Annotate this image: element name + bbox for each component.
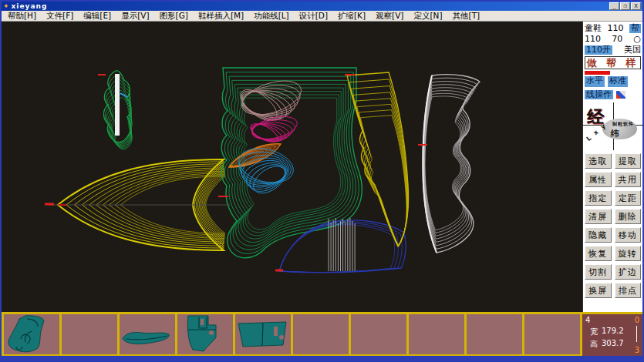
horizontal-toggle[interactable]: 水平 [585,76,605,87]
size-a-value: 110 [585,34,601,44]
tool-delete[interactable]: 删除 [615,209,642,224]
menu-define[interactable]: 定义[N] [413,11,442,22]
menu-other[interactable]: 其他[T] [453,11,480,22]
tool-attribute[interactable]: 属性 [585,172,612,187]
canvas-piece-sole-outline-blue [279,220,406,273]
tool-cut[interactable]: 切割 [585,264,612,280]
film-cell-5[interactable] [235,314,293,354]
film-cell-9[interactable] [467,314,524,354]
region-label: 美国 [624,44,641,55]
width-value: 179.2 [602,327,624,337]
status-count-left: 4 [585,316,590,324]
tool-restore[interactable]: 恢复 [585,246,612,261]
tool-move[interactable]: 移动 [615,227,642,243]
app-window: ✦ xieyang _ ❐ X 帮助[H] 文件[F] 编辑[E] 显示[V] … [0,0,644,362]
line-op-icon [616,91,625,99]
title-bar: ✦ xieyang _ ❐ X [2,2,642,11]
status-count-right: 0 [635,316,639,324]
menu-design[interactable]: 设计[D] [299,11,328,22]
tool-fixed-distance[interactable]: 定距 [615,190,642,206]
tool-clear-screen[interactable]: 清屏 [585,209,612,224]
film-cell-8[interactable] [409,314,467,354]
menu-edit[interactable]: 编辑[E] [83,11,111,22]
size-row-1: 童鞋 110 帮 [585,23,641,33]
app-icon: ✦ [3,2,9,10]
white-bar-mark [115,74,120,136]
film-cell-1[interactable] [4,314,62,354]
height-value: 303.7 [602,339,624,350]
red-indicator-bar [585,71,610,75]
status-count-bottom: 3 [635,346,639,354]
upper-chip[interactable]: 帮 [629,24,641,33]
film-cell-10[interactable] [524,314,582,354]
canvas-svg [2,22,582,312]
window-title: xieyang [12,2,609,10]
size-system-chip[interactable]: 110开 [585,45,612,55]
film-cell-6[interactable] [293,314,351,354]
pattern-thumbnail-panel [235,314,289,353]
width-label: 宽 [590,327,598,337]
pattern-thumbnail-boot1 [4,314,58,353]
tool-assign[interactable]: 指定 [585,190,612,206]
menu-pattern-insert[interactable]: 鞋样插入[M] [198,11,244,22]
menu-graphics[interactable]: 图形[G] [160,11,188,22]
design-canvas[interactable] [2,22,582,312]
close-button[interactable]: X [631,2,641,10]
film-cell-4[interactable] [177,314,235,354]
shoe-size-value: 110 [608,23,624,33]
status-panel: 4 0 宽 179.2 高 303.7 3 [582,312,642,356]
height-label: 高 [590,339,598,350]
tool-shared[interactable]: 共用 [615,172,642,187]
pattern-thumbnail-strip [2,312,582,356]
size-row-2: 110 70 ○ [585,34,641,44]
mode-toggles: 水平 标准 [585,76,641,87]
size-row-3: 110开 美国 [585,45,641,55]
line-operation-row: 线操作 [585,89,641,100]
shoe-type-label: 童鞋 [585,22,602,34]
line-operation-toggle[interactable]: 线操作 [585,90,613,99]
canvas-mesh-mesh-magenta [248,112,299,146]
tool-expand-edge[interactable]: 扩边 [615,264,642,280]
logo-tagline: 制鞋软件 [612,121,634,128]
film-cell-7[interactable] [351,314,409,354]
brand-logo: 经 制鞋软件 纬 L x y [585,102,641,150]
film-cell-3[interactable] [120,314,177,354]
menu-function-line[interactable]: 功能线[L] [254,11,289,22]
make-upper-button[interactable]: 做 帮 样 [585,56,641,69]
canvas-piece-crescent-nest-white [423,75,480,253]
sidebar: 童鞋 110 帮 110 70 ○ 110开 美国 做 帮 样 水平 标准 线操… [582,22,642,312]
size-b-value: 70 [612,34,622,44]
menu-help[interactable]: 帮助[H] [8,11,36,22]
film-cell-2[interactable] [62,314,120,354]
tool-extract[interactable]: 提取 [615,153,642,169]
standard-toggle[interactable]: 标准 [608,76,628,87]
menu-observe[interactable]: 观察[V] [376,11,403,22]
maximize-button[interactable]: ❐ [620,2,630,10]
tool-hide[interactable]: 隐藏 [585,227,612,243]
tool-switch-screen[interactable]: 换屏 [585,283,612,298]
menu-zoom[interactable]: 扩缩[K] [338,11,366,22]
menu-display[interactable]: 显示[V] [121,11,149,22]
menu-bar: 帮助[H] 文件[F] 编辑[E] 显示[V] 图形[G] 鞋样插入[M] 功能… [2,11,642,22]
width-readout: 宽 179.2 [590,327,624,337]
status-slider[interactable] [636,326,637,342]
pattern-thumbnail-sole [120,314,174,353]
tool-rotate[interactable]: 旋转 [615,246,642,261]
tool-select[interactable]: 选取 [585,153,612,169]
height-readout: 高 303.7 [590,339,624,350]
tool-arrange-points[interactable]: 排点 [615,283,642,298]
tool-button-grid: 选取 提取 属性 共用 指定 定距 清屏 删除 隐藏 移动 恢复 旋转 切割 扩… [585,153,641,298]
pattern-thumbnail-boot2 [177,314,231,353]
menu-file[interactable]: 文件[F] [46,11,73,22]
logo-wei-character: 纬 [611,128,619,139]
minimize-button[interactable]: _ [609,2,619,10]
radio-icon[interactable]: ○ [633,34,641,44]
